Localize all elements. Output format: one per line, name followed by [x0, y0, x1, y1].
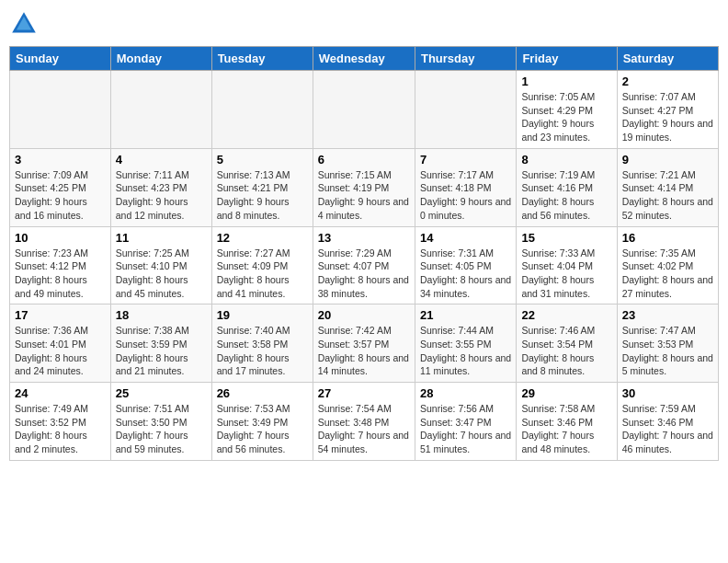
day-detail: Sunrise: 7:27 AM Sunset: 4:09 PM Dayligh…: [217, 247, 308, 301]
logo: [9, 9, 42, 39]
header-saturday: Saturday: [617, 47, 718, 71]
day-cell: 17Sunrise: 7:36 AM Sunset: 4:01 PM Dayli…: [10, 304, 111, 383]
day-number: 1: [521, 75, 611, 88]
day-cell: 12Sunrise: 7:27 AM Sunset: 4:09 PM Dayli…: [211, 226, 313, 304]
day-number: 11: [116, 231, 207, 245]
day-cell: 3Sunrise: 7:09 AM Sunset: 4:25 PM Daylig…: [10, 148, 111, 226]
day-cell: 24Sunrise: 7:49 AM Sunset: 3:52 PM Dayli…: [10, 383, 111, 461]
day-number: 10: [15, 231, 106, 245]
day-detail: Sunrise: 7:42 AM Sunset: 3:57 PM Dayligh…: [318, 324, 410, 378]
week-row-2: 3Sunrise: 7:09 AM Sunset: 4:25 PM Daylig…: [10, 148, 719, 226]
day-number: 16: [622, 231, 713, 245]
day-cell: 8Sunrise: 7:19 AM Sunset: 4:16 PM Daylig…: [517, 148, 617, 226]
day-number: 5: [217, 153, 308, 167]
day-detail: Sunrise: 7:54 AM Sunset: 3:48 PM Dayligh…: [318, 402, 410, 456]
calendar-header-row: SundayMondayTuesdayWednesdayThursdayFrid…: [10, 47, 719, 71]
day-number: 4: [116, 153, 207, 167]
day-detail: Sunrise: 7:56 AM Sunset: 3:47 PM Dayligh…: [420, 402, 511, 456]
day-detail: Sunrise: 7:09 AM Sunset: 4:25 PM Dayligh…: [15, 168, 106, 223]
day-cell: [313, 71, 415, 149]
day-number: 21: [420, 308, 511, 322]
header-monday: Monday: [110, 47, 211, 71]
day-number: 29: [521, 386, 611, 400]
day-cell: 10Sunrise: 7:23 AM Sunset: 4:12 PM Dayli…: [10, 226, 111, 304]
week-row-1: 1Sunrise: 7:05 AM Sunset: 4:29 PM Daylig…: [10, 71, 719, 149]
day-number: 15: [521, 231, 611, 245]
day-detail: Sunrise: 7:35 AM Sunset: 4:02 PM Dayligh…: [622, 247, 713, 301]
day-detail: Sunrise: 7:07 AM Sunset: 4:27 PM Dayligh…: [622, 90, 713, 144]
day-detail: Sunrise: 7:21 AM Sunset: 4:14 PM Dayligh…: [622, 168, 713, 223]
day-cell: 4Sunrise: 7:11 AM Sunset: 4:23 PM Daylig…: [110, 148, 211, 226]
day-number: 17: [15, 308, 106, 322]
day-cell: 14Sunrise: 7:31 AM Sunset: 4:05 PM Dayli…: [415, 226, 516, 304]
day-number: 2: [622, 75, 713, 88]
day-cell: 20Sunrise: 7:42 AM Sunset: 3:57 PM Dayli…: [313, 304, 415, 383]
day-number: 28: [420, 386, 511, 400]
day-cell: 5Sunrise: 7:13 AM Sunset: 4:21 PM Daylig…: [211, 148, 313, 226]
header-sunday: Sunday: [10, 47, 111, 71]
day-cell: 27Sunrise: 7:54 AM Sunset: 3:48 PM Dayli…: [313, 383, 415, 461]
header-wednesday: Wednesday: [313, 47, 415, 71]
week-row-5: 24Sunrise: 7:49 AM Sunset: 3:52 PM Dayli…: [10, 383, 719, 461]
day-cell: 21Sunrise: 7:44 AM Sunset: 3:55 PM Dayli…: [415, 304, 516, 383]
day-cell: 6Sunrise: 7:15 AM Sunset: 4:19 PM Daylig…: [313, 148, 415, 226]
day-cell: 18Sunrise: 7:38 AM Sunset: 3:59 PM Dayli…: [110, 304, 211, 383]
day-cell: 19Sunrise: 7:40 AM Sunset: 3:58 PM Dayli…: [211, 304, 313, 383]
header-thursday: Thursday: [415, 47, 516, 71]
day-detail: Sunrise: 7:05 AM Sunset: 4:29 PM Dayligh…: [521, 90, 611, 144]
day-number: 22: [521, 308, 611, 322]
day-number: 25: [116, 386, 207, 400]
day-cell: 2Sunrise: 7:07 AM Sunset: 4:27 PM Daylig…: [617, 71, 718, 149]
day-detail: Sunrise: 7:31 AM Sunset: 4:05 PM Dayligh…: [420, 247, 511, 301]
week-row-4: 17Sunrise: 7:36 AM Sunset: 4:01 PM Dayli…: [10, 304, 719, 383]
day-detail: Sunrise: 7:59 AM Sunset: 3:46 PM Dayligh…: [622, 402, 713, 456]
day-number: 9: [622, 153, 713, 167]
day-number: 12: [217, 231, 308, 245]
day-detail: Sunrise: 7:15 AM Sunset: 4:19 PM Dayligh…: [318, 168, 410, 223]
day-cell: 11Sunrise: 7:25 AM Sunset: 4:10 PM Dayli…: [110, 226, 211, 304]
day-detail: Sunrise: 7:49 AM Sunset: 3:52 PM Dayligh…: [15, 402, 106, 456]
day-detail: Sunrise: 7:23 AM Sunset: 4:12 PM Dayligh…: [15, 247, 106, 301]
header: [9, 9, 719, 39]
day-cell: 13Sunrise: 7:29 AM Sunset: 4:07 PM Dayli…: [313, 226, 415, 304]
day-detail: Sunrise: 7:29 AM Sunset: 4:07 PM Dayligh…: [318, 247, 410, 301]
day-number: 20: [318, 308, 410, 322]
day-number: 26: [217, 386, 308, 400]
day-detail: Sunrise: 7:33 AM Sunset: 4:04 PM Dayligh…: [521, 247, 611, 301]
day-cell: 28Sunrise: 7:56 AM Sunset: 3:47 PM Dayli…: [415, 383, 516, 461]
day-cell: 25Sunrise: 7:51 AM Sunset: 3:50 PM Dayli…: [110, 383, 211, 461]
day-number: 3: [15, 153, 106, 167]
day-detail: Sunrise: 7:38 AM Sunset: 3:59 PM Dayligh…: [116, 324, 207, 378]
header-tuesday: Tuesday: [211, 47, 313, 71]
day-cell: [211, 71, 313, 149]
day-number: 30: [622, 386, 713, 400]
day-number: 24: [15, 386, 106, 400]
day-detail: Sunrise: 7:13 AM Sunset: 4:21 PM Dayligh…: [217, 168, 308, 223]
day-detail: Sunrise: 7:58 AM Sunset: 3:46 PM Dayligh…: [521, 402, 611, 456]
day-cell: 15Sunrise: 7:33 AM Sunset: 4:04 PM Dayli…: [517, 226, 617, 304]
day-detail: Sunrise: 7:25 AM Sunset: 4:10 PM Dayligh…: [116, 247, 207, 301]
day-detail: Sunrise: 7:17 AM Sunset: 4:18 PM Dayligh…: [420, 168, 511, 223]
day-number: 19: [217, 308, 308, 322]
day-detail: Sunrise: 7:36 AM Sunset: 4:01 PM Dayligh…: [15, 324, 106, 378]
day-detail: Sunrise: 7:51 AM Sunset: 3:50 PM Dayligh…: [116, 402, 207, 456]
day-detail: Sunrise: 7:44 AM Sunset: 3:55 PM Dayligh…: [420, 324, 511, 378]
day-number: 13: [318, 231, 410, 245]
day-detail: Sunrise: 7:19 AM Sunset: 4:16 PM Dayligh…: [521, 168, 611, 223]
day-cell: 30Sunrise: 7:59 AM Sunset: 3:46 PM Dayli…: [617, 383, 718, 461]
logo-icon: [9, 9, 39, 39]
day-cell: 1Sunrise: 7:05 AM Sunset: 4:29 PM Daylig…: [517, 71, 617, 149]
day-cell: 22Sunrise: 7:46 AM Sunset: 3:54 PM Dayli…: [517, 304, 617, 383]
day-detail: Sunrise: 7:53 AM Sunset: 3:49 PM Dayligh…: [217, 402, 308, 456]
day-number: 27: [318, 386, 410, 400]
day-cell: [110, 71, 211, 149]
day-detail: Sunrise: 7:40 AM Sunset: 3:58 PM Dayligh…: [217, 324, 308, 378]
day-number: 6: [318, 153, 410, 167]
day-cell: 7Sunrise: 7:17 AM Sunset: 4:18 PM Daylig…: [415, 148, 516, 226]
calendar-table: SundayMondayTuesdayWednesdayThursdayFrid…: [9, 46, 719, 461]
day-number: 8: [521, 153, 611, 167]
day-cell: 9Sunrise: 7:21 AM Sunset: 4:14 PM Daylig…: [617, 148, 718, 226]
day-number: 23: [622, 308, 713, 322]
day-cell: 16Sunrise: 7:35 AM Sunset: 4:02 PM Dayli…: [617, 226, 718, 304]
day-number: 14: [420, 231, 511, 245]
